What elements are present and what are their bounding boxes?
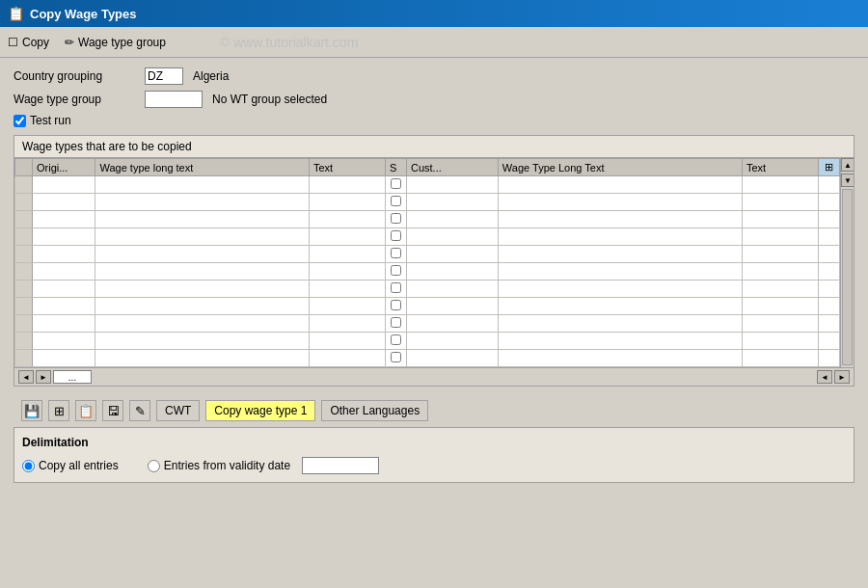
test-run-label: Test run <box>30 114 71 127</box>
toolbar-wage-type-label: Wage type group <box>78 36 166 49</box>
table-row <box>15 350 840 367</box>
save-icon-btn[interactable]: 💾 <box>21 400 42 421</box>
wage-type-group-row: Wage type group No WT group selected <box>14 91 854 108</box>
copy-all-entries-item: Copy all entries <box>22 459 119 472</box>
section-title: Wage types that are to be copied <box>14 136 854 157</box>
table-row <box>15 246 840 263</box>
delimitation-section: Delimitation Copy all entries Entries fr… <box>14 427 854 483</box>
col-orig: Origi... <box>33 159 95 176</box>
col-text2: Text <box>742 159 818 176</box>
entries-from-validity-radio[interactable] <box>148 460 160 472</box>
cell-settings-filler <box>819 176 840 194</box>
country-grouping-text: Algeria <box>193 69 229 83</box>
table-row <box>15 228 840 246</box>
table-row <box>15 315 840 333</box>
wage-type-group-input[interactable] <box>145 91 203 108</box>
entries-from-validity-label: Entries from validity date <box>164 459 290 472</box>
toolbar-copy[interactable]: ☐ Copy <box>8 36 49 49</box>
wage-types-table: Origi... Wage type long text Text S Cust… <box>14 158 840 367</box>
cell-cust[interactable] <box>406 176 498 194</box>
edit-icon: ✏ <box>65 36 74 49</box>
copy-icon: ☐ <box>8 36 18 49</box>
scroll-up-btn[interactable]: ▲ <box>841 158 854 172</box>
nav-input[interactable] <box>53 370 92 384</box>
table-container: Origi... Wage type long text Text S Cust… <box>14 157 854 386</box>
table-row <box>15 194 840 211</box>
edit-icon: ✎ <box>135 404 146 418</box>
toolbar-copy-label: Copy <box>22 36 49 49</box>
save-icon: 💾 <box>24 404 40 418</box>
col-s: S <box>385 159 406 176</box>
cell-text[interactable] <box>309 176 385 194</box>
col-wage-long-text: Wage Type Long Text <box>498 159 742 176</box>
cell-text2[interactable] <box>742 176 818 194</box>
delimitation-radio-row: Copy all entries Entries from validity d… <box>22 457 846 474</box>
cwt-label: CWT <box>165 404 191 417</box>
copy-all-entries-radio[interactable] <box>22 460 35 472</box>
horiz-scroll-right-btn[interactable]: ► <box>834 370 850 384</box>
edit-icon-btn[interactable]: ✎ <box>129 400 150 421</box>
table-header-row: Origi... Wage type long text Text S Cust… <box>15 159 840 176</box>
cell-s[interactable] <box>385 176 406 194</box>
validity-date-input[interactable] <box>302 457 379 474</box>
scroll-down-btn[interactable]: ▼ <box>841 174 854 187</box>
toolbar: ☐ Copy ✏ Wage type group © www.tutorialk… <box>0 27 868 58</box>
table-nav-row: ◄ ► ◄ ► <box>14 367 854 386</box>
title-bar: 📋 Copy Wage Types <box>0 0 868 27</box>
bottom-toolbar: 💾 ⊞ 📋 🖫 ✎ CWT Copy wage type 1 Other Lan… <box>14 394 854 427</box>
delimitation-title: Delimitation <box>22 436 846 449</box>
save2-icon: 🖫 <box>107 404 120 418</box>
col-cust: Cust... <box>406 159 498 176</box>
cell-orig[interactable] <box>33 176 95 194</box>
other-languages-button[interactable]: Other Languages <box>321 400 428 421</box>
row-num <box>15 176 33 194</box>
copy-all-entries-label: Copy all entries <box>39 459 119 472</box>
col-settings[interactable]: ⊞ <box>819 159 840 176</box>
col-long-text: Wage type long text <box>95 159 309 176</box>
table-row <box>15 176 840 194</box>
col-rownum <box>15 159 33 176</box>
horiz-scroll-right: ◄ ► <box>817 370 850 384</box>
country-grouping-label: Country grouping <box>14 69 139 83</box>
toolbar-wage-type-group[interactable]: ✏ Wage type group <box>65 36 166 49</box>
cell-wage-long-text[interactable] <box>498 176 742 194</box>
horiz-scroll-left-btn[interactable]: ◄ <box>817 370 832 384</box>
wage-type-group-text: No WT group selected <box>212 93 327 106</box>
title-icon: 📋 <box>8 6 24 21</box>
wage-types-section: Wage types that are to be copied Origi..… <box>14 135 854 387</box>
test-run-checkbox[interactable] <box>14 115 26 127</box>
save2-icon-btn[interactable]: 🖫 <box>102 400 123 421</box>
table-row <box>15 333 840 350</box>
table-row <box>15 263 840 281</box>
table-icon-btn[interactable]: ⊞ <box>48 400 69 421</box>
col-text: Text <box>309 159 385 176</box>
title-text: Copy Wage Types <box>30 7 137 21</box>
table-row <box>15 281 840 298</box>
nav-right-btn[interactable]: ► <box>36 370 51 384</box>
wage-type-group-label: Wage type group <box>14 93 139 106</box>
cwt-button[interactable]: CWT <box>156 400 200 421</box>
entries-from-validity-item: Entries from validity date <box>148 457 379 474</box>
main-content: Country grouping Algeria Wage type group… <box>0 58 868 493</box>
country-grouping-row: Country grouping Algeria <box>14 67 854 85</box>
copy-icon-btn[interactable]: 📋 <box>75 400 96 421</box>
copy-small-icon: 📋 <box>78 404 94 418</box>
country-grouping-input[interactable] <box>145 67 183 85</box>
table-row <box>15 298 840 315</box>
table-icon: ⊞ <box>54 404 65 418</box>
watermark: © www.tutorialkart.com <box>220 35 358 50</box>
cell-long-text[interactable] <box>95 176 309 194</box>
copy-wage-type-button[interactable]: Copy wage type 1 <box>205 400 315 421</box>
table-row <box>15 211 840 228</box>
nav-left-btn[interactable]: ◄ <box>18 370 34 384</box>
test-run-row: Test run <box>14 114 854 127</box>
